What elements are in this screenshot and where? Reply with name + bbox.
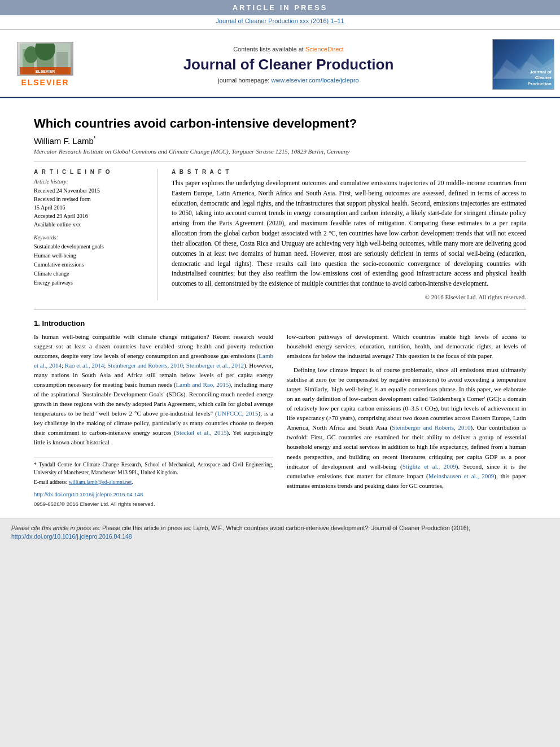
ref-unfccc[interactable]: UNFCCC, 2015 xyxy=(217,410,259,417)
bottom-citation-bar: Please cite this article in press as: Pl… xyxy=(0,518,560,548)
main-content: Which countries avoid carbon-intensive d… xyxy=(0,98,560,518)
ref-steinberger-roberts[interactable]: Steinberger and Roberts, 2010 xyxy=(107,362,183,369)
page-wrapper: ARTICLE IN PRESS Journal of Cleaner Prod… xyxy=(0,0,560,547)
please-cite-label: Please cite this article in press as: xyxy=(11,525,102,531)
article-info-col: A R T I C L E I N F O Article history: R… xyxy=(34,169,158,300)
ref-stiglitz[interactable]: Stiglitz et al., 2009 xyxy=(403,463,456,470)
body-two-col: Is human well-being compatible with clim… xyxy=(34,332,526,509)
homepage-url[interactable]: www.elsevier.com/locate/jclepro xyxy=(271,77,358,84)
accepted-text: Accepted 29 April 2016 xyxy=(34,212,148,220)
ref-lamb-rao[interactable]: Lamb and Rao, 2015 xyxy=(176,381,229,388)
journal-header: ELSEVIER ELSEVIER Contents lists availab… xyxy=(0,29,560,97)
footnote-star-text: * Tyndall Centre for Climate Change Rese… xyxy=(34,461,273,477)
citation-text: Please cite this article in press as: La… xyxy=(102,525,470,531)
intro-para-right-1: low-carbon pathways of development. Whic… xyxy=(287,332,526,361)
doi-line[interactable]: http://dx.doi.org/10.1016/j.jclepro.2016… xyxy=(34,491,273,499)
keyword-4: Climate change xyxy=(34,269,148,278)
abstract-col: A B S T R A C T This paper explores the … xyxy=(172,169,526,300)
ref-meinshausen[interactable]: Meinshausen et al., 2009 xyxy=(428,473,494,479)
author-name-text: William F. Lamb xyxy=(34,136,94,146)
abstract-text: This paper explores the underlying devel… xyxy=(172,178,526,289)
issn-line: 0959-6526/© 2016 Elsevier Ltd. All right… xyxy=(34,500,273,509)
section-number: 1. xyxy=(34,319,40,327)
elsevier-image: ELSEVIER xyxy=(17,42,73,76)
abstract-label: A B S T R A C T xyxy=(172,169,526,175)
revised-date: 15 April 2016 xyxy=(34,203,148,212)
journal-main-title: Journal of Cleaner Production xyxy=(90,56,487,73)
footnote-email-link[interactable]: william.lamb@ed-alumni.net xyxy=(69,479,132,485)
cp-logo-line2: Cleaner xyxy=(495,75,552,81)
journal-title-center: Contents lists available at ScienceDirec… xyxy=(90,46,487,84)
keywords-label: Keywords: xyxy=(34,234,148,241)
article-title: Which countries avoid carbon-intensive d… xyxy=(34,116,526,131)
body-col-right: low-carbon pathways of development. Whic… xyxy=(287,332,526,509)
cleaner-production-logo: Journal of Cleaner Production xyxy=(487,34,560,94)
footnote-email: E-mail address: william.lamb@ed-alumni.n… xyxy=(34,478,273,486)
cp-logo-line3: Production xyxy=(495,81,552,87)
keyword-2: Human well-being xyxy=(34,251,148,260)
author-sup: * xyxy=(94,136,96,142)
section-divider-1 xyxy=(34,309,526,310)
ref-steinberger-roberts-2[interactable]: Steinberger and Roberts, 2010 xyxy=(392,424,470,431)
received-text: Received 24 November 2015 xyxy=(34,186,148,195)
svg-text:ELSEVIER: ELSEVIER xyxy=(36,69,55,73)
contents-line: Contents lists available at ScienceDirec… xyxy=(90,46,487,53)
journal-logo-row: ELSEVIER ELSEVIER Contents lists availab… xyxy=(0,34,560,94)
introduction-heading: 1. Introduction xyxy=(34,319,526,327)
sciencedirect-link[interactable]: ScienceDirect xyxy=(305,46,344,53)
article-info-abstract-section: A R T I C L E I N F O Article history: R… xyxy=(34,161,526,300)
contents-label: Contents lists available at xyxy=(233,46,304,53)
cp-logo-line1: Journal of xyxy=(495,69,552,75)
cp-logo-box: Journal of Cleaner Production xyxy=(492,39,554,90)
citation-doi-link[interactable]: http://dx.doi.org/10.1016/j.jclepro.2016… xyxy=(11,533,132,540)
elsevier-brand-text: ELSEVIER xyxy=(21,78,69,87)
available-text: Available online xxx xyxy=(34,220,148,229)
history-label: Article history: xyxy=(34,178,148,185)
keyword-3: Cumulative emissions xyxy=(34,260,148,269)
journal-top-link[interactable]: Journal of Cleaner Production xxx (2016)… xyxy=(0,18,560,24)
section-title: Introduction xyxy=(42,319,85,327)
cp-logo-text: Journal of Cleaner Production xyxy=(495,69,552,87)
revised-text: Received in revised form xyxy=(34,195,148,203)
copyright-line: © 2016 Elsevier Ltd. All rights reserved… xyxy=(172,294,526,300)
article-info-label: A R T I C L E I N F O xyxy=(34,169,148,175)
keyword-5: Energy pathways xyxy=(34,278,148,287)
ref-rao-2014[interactable]: Rao et al., 2014 xyxy=(65,362,104,369)
homepage-label: journal homepage: xyxy=(218,77,269,84)
intro-para-right-2: Defining low climate impact is of course… xyxy=(287,365,526,491)
elsevier-logo-box: ELSEVIER ELSEVIER xyxy=(0,37,90,91)
banner-text: ARTICLE IN PRESS xyxy=(233,3,328,12)
author-affiliation: Mercator Research Institute on Global Co… xyxy=(34,148,526,155)
journal-homepage-line: journal homepage: www.elsevier.com/locat… xyxy=(90,77,487,84)
article-in-press-banner: ARTICLE IN PRESS xyxy=(0,0,560,15)
body-col-left: Is human well-being compatible with clim… xyxy=(34,332,273,509)
keyword-1: Sustainable development goals xyxy=(34,242,148,251)
ref-steinberger-2012[interactable]: Steinberger et al., 2012 xyxy=(186,362,244,369)
ref-steckel[interactable]: Steckel et al., 2015 xyxy=(176,429,227,436)
footnote-email-label: E-mail address: xyxy=(34,479,67,485)
author-name: William F. Lamb* xyxy=(34,136,526,146)
intro-para-left-1: Is human well-being compatible with clim… xyxy=(34,332,273,448)
keywords-list: Sustainable development goals Human well… xyxy=(34,242,148,287)
footnote-section: * Tyndall Centre for Climate Change Rese… xyxy=(34,457,273,487)
